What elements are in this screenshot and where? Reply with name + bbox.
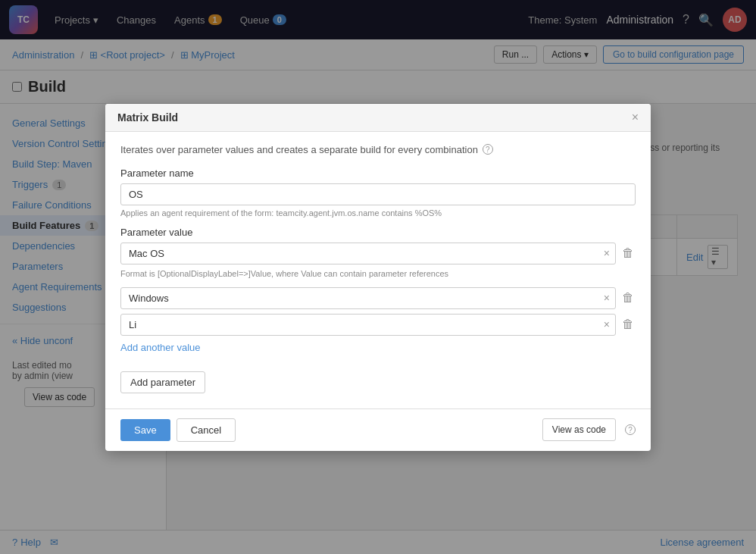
value-clear-1[interactable]: ×	[604, 292, 610, 304]
param-name-input[interactable]	[120, 183, 636, 205]
value-input-wrap-2: ×	[120, 314, 616, 336]
value-input-1[interactable]	[120, 287, 616, 309]
param-name-hint: Applies an agent requirement of the form…	[120, 208, 636, 218]
modal-title: Matrix Build	[117, 111, 178, 124]
save-button[interactable]: Save	[120, 419, 170, 441]
value-delete-0[interactable]: 🗑	[620, 245, 636, 261]
add-another-value-link[interactable]: Add another value	[120, 342, 201, 353]
modal-body: Iterates over parameter values and creat…	[105, 132, 651, 408]
value-delete-2[interactable]: 🗑	[620, 316, 636, 333]
param-value-label: Parameter value	[120, 227, 636, 238]
value-clear-2[interactable]: ×	[604, 318, 610, 330]
value-input-wrap-0: ×	[120, 243, 616, 264]
param-name-label: Parameter name	[120, 167, 636, 179]
value-input-2[interactable]	[120, 314, 616, 336]
modal-description: Iterates over parameter values and creat…	[120, 144, 636, 155]
modal-help-icon[interactable]: ?	[483, 144, 493, 155]
add-parameter-button[interactable]: Add parameter	[120, 371, 205, 393]
modal-footer: Save Cancel View as code ?	[105, 408, 651, 451]
value-input-wrap-1: ×	[120, 287, 616, 309]
value-delete-1[interactable]: 🗑	[620, 290, 636, 306]
footer-help-icon[interactable]: ?	[625, 424, 636, 435]
value-row-1: × 🗑	[120, 287, 636, 309]
modal-close-button[interactable]: ×	[632, 111, 639, 124]
value-clear-0[interactable]: ×	[604, 247, 610, 259]
cancel-button[interactable]: Cancel	[177, 418, 236, 442]
view-as-code-button[interactable]: View as code	[542, 418, 616, 441]
param-value-hint: Format is [OptionalDisplayLabel=>]Value,…	[120, 269, 636, 278]
value-row-0: × 🗑	[120, 243, 636, 264]
modal-overlay: Matrix Build × Iterates over parameter v…	[0, 0, 756, 554]
matrix-build-modal: Matrix Build × Iterates over parameter v…	[105, 104, 651, 451]
modal-header: Matrix Build ×	[105, 104, 651, 132]
value-input-0[interactable]	[120, 243, 616, 264]
value-row-2: × 🗑	[120, 314, 636, 336]
